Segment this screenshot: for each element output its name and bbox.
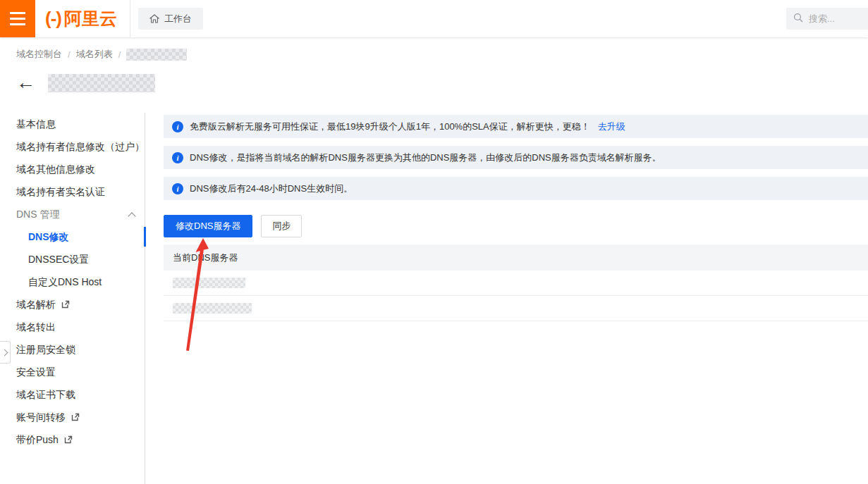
banner-text: DNS修改，是指将当前域名的解析DNS服务器更换为其他的DNS服务器，由修改后的… <box>190 151 661 164</box>
logo-bracket: (-) <box>45 8 61 30</box>
sidebar-nav: 基本信息 域名持有者信息修改（过户） 域名其他信息修改 域名持有者实名认证 DN… <box>0 113 145 484</box>
search-input[interactable] <box>809 13 865 24</box>
sidebar-item-domain-transfer-out[interactable]: 域名转出 <box>0 316 145 338</box>
topbar-divider <box>130 0 130 37</box>
external-link-icon <box>61 300 70 309</box>
search-icon <box>793 13 803 25</box>
breadcrumb: 域名控制台 / 域名列表 / <box>16 48 187 61</box>
info-icon: i <box>172 183 183 194</box>
home-icon <box>149 14 159 23</box>
sidebar-item-realname-auth[interactable]: 域名持有者实名认证 <box>0 180 145 203</box>
sidebar-item-custom-dns-host[interactable]: 自定义DNS Host <box>0 271 145 293</box>
dns-server-redacted-value <box>173 278 245 288</box>
workbench-label: 工作台 <box>164 13 192 25</box>
upgrade-link[interactable]: 去升级 <box>598 120 625 133</box>
logo-text: 阿里云 <box>64 7 117 30</box>
sidebar-item-basic-info[interactable]: 基本信息 <box>0 113 145 135</box>
sidebar-collapse-handle[interactable] <box>0 341 11 364</box>
table-row <box>164 271 868 296</box>
sync-button[interactable]: 同步 <box>261 215 302 237</box>
banner-text: 免费版云解析无服务可用性保证，最低19块9升级个人版1年，100%的SLA保证，… <box>190 120 590 133</box>
sidebar-item-certificate-download[interactable]: 域名证书下载 <box>0 383 145 406</box>
sidebar-group-dns-management[interactable]: DNS 管理 <box>0 203 145 225</box>
sidebar-item-account-transfer[interactable]: 账号间转移 <box>0 406 145 428</box>
main-content: i 免费版云解析无服务可用性保证，最低19块9升级个人版1年，100%的SLA保… <box>164 115 868 321</box>
hamburger-menu-icon[interactable] <box>0 0 35 37</box>
breadcrumb-separator: / <box>68 49 71 60</box>
chevron-up-icon <box>129 212 135 218</box>
sidebar-item-other-info-change[interactable]: 域名其他信息修改 <box>0 158 145 180</box>
info-icon: i <box>172 152 183 163</box>
table-header-current-dns: 当前DNS服务器 <box>164 244 868 271</box>
page-title-row: ← <box>16 73 155 92</box>
info-icon: i <box>172 121 183 132</box>
back-arrow-icon[interactable]: ← <box>16 73 35 92</box>
global-search[interactable] <box>786 8 868 30</box>
sidebar-item-security-settings[interactable]: 安全设置 <box>0 361 145 383</box>
info-banner-dns-effective-time: i DNS修改后有24-48小时DNS生效时间。 <box>164 177 868 200</box>
dns-server-table: 当前DNS服务器 <box>164 244 868 321</box>
sidebar-item-push-with-price[interactable]: 带价Push <box>0 428 145 451</box>
external-link-icon <box>71 413 80 421</box>
banner-text: DNS修改后有24-48小时DNS生效时间。 <box>190 182 353 195</box>
dns-server-redacted-value <box>173 303 252 314</box>
top-bar: (-) 阿里云 工作台 <box>0 0 868 37</box>
sidebar-item-domain-resolution[interactable]: 域名解析 <box>0 293 145 316</box>
breadcrumb-redacted-domain <box>126 49 187 61</box>
aliyun-logo[interactable]: (-) 阿里云 <box>35 7 130 30</box>
sidebar-item-holder-info-change[interactable]: 域名持有者信息修改（过户） <box>0 135 145 158</box>
breadcrumb-domain-list[interactable]: 域名列表 <box>76 48 113 61</box>
external-link-icon <box>64 435 73 444</box>
table-row <box>164 296 868 321</box>
sidebar-item-dns-modify[interactable]: DNS修改 <box>0 225 145 248</box>
breadcrumb-domain-console[interactable]: 域名控制台 <box>16 48 62 61</box>
modify-dns-server-button[interactable]: 修改DNS服务器 <box>164 215 252 237</box>
action-buttons: 修改DNS服务器 同步 <box>164 215 868 237</box>
tab-workbench[interactable]: 工作台 <box>138 8 203 30</box>
sidebar-item-registry-lock[interactable]: 注册局安全锁 <box>0 338 145 361</box>
page-title-redacted-domain <box>48 74 155 92</box>
sidebar-item-dnssec-settings[interactable]: DNSSEC设置 <box>0 248 145 271</box>
info-banner-upgrade: i 免费版云解析无服务可用性保证，最低19块9升级个人版1年，100%的SLA保… <box>164 115 868 138</box>
info-banner-dns-explain: i DNS修改，是指将当前域名的解析DNS服务器更换为其他的DNS服务器，由修改… <box>164 146 868 169</box>
breadcrumb-separator: / <box>118 49 121 60</box>
